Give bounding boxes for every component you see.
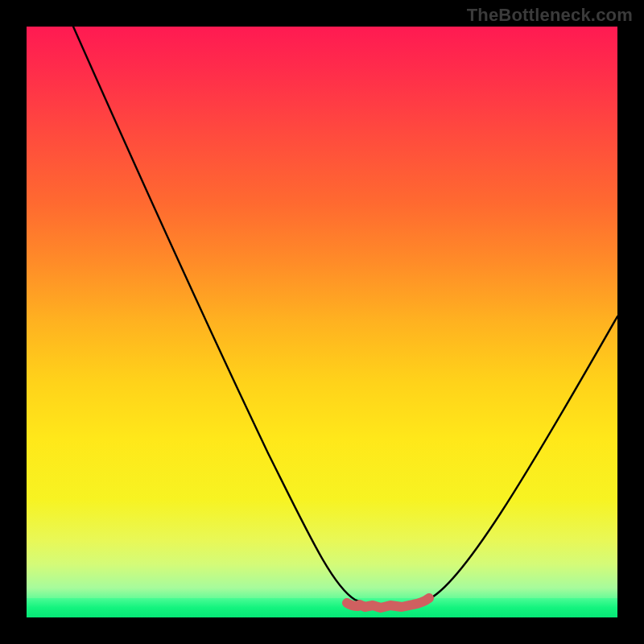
optimum-zone-marker xyxy=(347,598,429,608)
watermark-text: TheBottleneck.com xyxy=(467,5,633,26)
chart-frame: TheBottleneck.com xyxy=(0,0,644,644)
curve-layer xyxy=(27,27,617,617)
bottleneck-curve xyxy=(73,27,617,606)
plot-area xyxy=(27,27,617,617)
